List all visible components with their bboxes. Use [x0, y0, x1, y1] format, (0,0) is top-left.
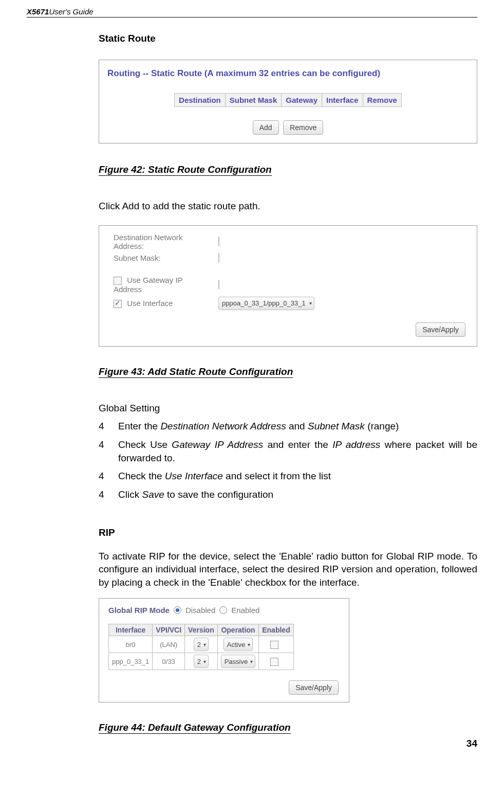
destination-address-input[interactable] — [218, 237, 219, 246]
global-setting-title: Global Setting — [99, 402, 477, 415]
enabled-checkbox[interactable] — [270, 641, 278, 649]
use-interface-checkbox[interactable] — [114, 300, 122, 308]
col-interface: Interface — [109, 624, 153, 636]
col-interface: Interface — [322, 94, 363, 107]
col-vpi-vci: VPI/VCI — [153, 624, 185, 636]
routing-panel-title: Routing -- Static Route (A maximum 32 en… — [107, 68, 469, 79]
rip-save-apply-button[interactable]: Save/Apply — [289, 680, 339, 695]
list-item: 4 Check Use Gateway IP Address and enter… — [99, 438, 477, 464]
version-select[interactable]: 2 — [194, 638, 209, 651]
col-enabled: Enabled — [259, 624, 293, 636]
figure-43-panel: Destination Network Address: Subnet Mask… — [99, 225, 477, 347]
figure-42-caption: Figure 42: Static Route Configuration — [99, 164, 272, 176]
rip-disabled-label: Disabled — [185, 606, 215, 615]
use-gateway-checkbox[interactable] — [114, 277, 122, 285]
table-row: ppp_0_33_1 0/33 2 Passive — [109, 653, 294, 670]
save-apply-button[interactable]: Save/Apply — [416, 322, 465, 337]
figure-43-caption: Figure 43: Add Static Route Configuratio… — [99, 366, 293, 378]
rip-disabled-radio[interactable] — [174, 606, 181, 614]
figure-44-panel: Global RIP Mode Disabled Enabled Interfa… — [99, 598, 349, 702]
col-destination: Destination — [175, 94, 226, 107]
section-heading-rip: RIP — [99, 527, 477, 538]
operation-select[interactable]: Passive — [221, 655, 256, 668]
figure-44-caption: Figure 44: Default Gateway Configuration — [99, 722, 291, 734]
model-name: X5671 — [27, 7, 49, 16]
col-operation: Operation — [217, 624, 259, 636]
add-button[interactable]: Add — [253, 120, 279, 135]
rip-table: Interface VPI/VCI Version Operation Enab… — [108, 624, 294, 670]
col-remove: Remove — [363, 94, 401, 107]
page-header: X5671 User's Guide — [27, 7, 477, 17]
global-rip-mode-label: Global RIP Mode — [108, 606, 170, 615]
label-use-gateway: Use Gateway IP Address — [114, 276, 182, 294]
col-version: Version — [185, 624, 218, 636]
operation-select[interactable]: Active — [223, 638, 253, 651]
page-number: 34 — [27, 738, 477, 749]
guide-label: User's Guide — [49, 7, 93, 16]
list-item: 4 Check the Use Interface and select it … — [99, 470, 477, 483]
rip-enabled-radio[interactable] — [219, 606, 227, 614]
section-heading-static-route: Static Route — [99, 33, 477, 44]
table-row: br0 (LAN) 2 Active — [109, 636, 294, 653]
remove-button[interactable]: Remove — [283, 120, 323, 135]
label-subnet-mask: Subnet Mask: — [110, 252, 214, 263]
label-destination-address: Destination Network Address: — [110, 232, 214, 251]
static-route-desc: Click Add to add the static route path. — [99, 200, 477, 213]
rip-desc: To activate RIP for the device, select t… — [99, 550, 477, 589]
static-route-table: Destination Subnet Mask Gateway Interfac… — [174, 93, 402, 107]
label-use-interface: Use Interface — [127, 299, 173, 308]
subnet-mask-input[interactable] — [218, 253, 219, 263]
gateway-ip-input[interactable] — [218, 280, 219, 290]
rip-enabled-label: Enabled — [231, 606, 259, 615]
col-gateway: Gateway — [282, 94, 322, 107]
list-item: 4 Enter the Destination Network Address … — [99, 420, 477, 433]
col-subnet-mask: Subnet Mask — [225, 94, 282, 107]
interface-select[interactable]: pppoa_0_33_1/ppp_0_33_1 — [218, 297, 314, 310]
enabled-checkbox[interactable] — [270, 658, 278, 666]
figure-42-panel: Routing -- Static Route (A maximum 32 en… — [99, 60, 477, 143]
version-select[interactable]: 2 — [194, 655, 209, 668]
list-item: 4 Click Save to save the configuration — [99, 488, 477, 501]
